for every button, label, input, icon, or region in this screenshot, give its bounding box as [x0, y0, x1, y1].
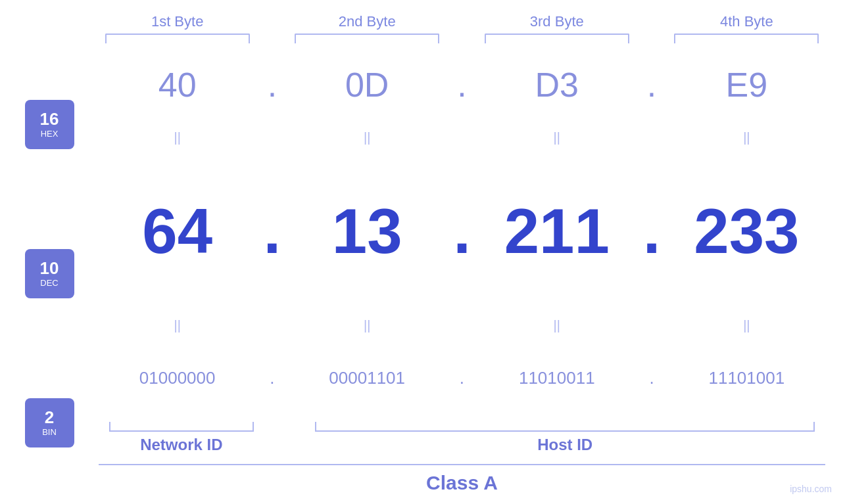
eq2-3: || — [554, 318, 560, 332]
hex-value-4: E9 — [726, 66, 768, 104]
hex-dot-1: . — [268, 66, 277, 104]
top-brackets-row — [0, 34, 845, 43]
hex-value-2: 0D — [345, 66, 389, 104]
dec-dot-1: . — [264, 196, 281, 266]
bracket-byte-4 — [674, 34, 819, 43]
host-id-bracket — [315, 422, 815, 432]
bin-badge: 2 BIN — [25, 398, 74, 447]
hex-badge-label: HEX — [41, 129, 59, 139]
hex-badge: 16 HEX — [25, 100, 74, 149]
eq1-4: || — [743, 130, 750, 145]
dec-value-3: 211 — [504, 196, 610, 266]
hex-row: 40 . 0D . D3 . E9 — [99, 43, 825, 126]
byte-labels-row: 1st Byte 2nd Byte 3rd Byte 4th Byte — [0, 0, 845, 30]
badges-column: 16 HEX 10 DEC 2 BIN — [0, 43, 99, 504]
dec-badge: 10 DEC — [25, 249, 74, 298]
eq2-2: || — [364, 318, 370, 332]
bin-dot-2: . — [460, 368, 464, 388]
bin-badge-label: BIN — [42, 427, 57, 437]
dec-badge-number: 10 — [40, 260, 59, 277]
host-id-section: Host ID — [315, 422, 815, 454]
bracket-byte-3 — [485, 34, 629, 43]
eq1-3: || — [554, 130, 560, 145]
network-id-bracket — [109, 422, 254, 432]
hex-value-3: D3 — [535, 66, 579, 104]
bin-value-2: 00001101 — [329, 368, 405, 388]
dec-badge-label: DEC — [40, 278, 58, 288]
network-id-label: Network ID — [140, 436, 222, 454]
byte-label-2: 2nd Byte — [339, 13, 396, 30]
dec-value-4: 233 — [694, 196, 799, 266]
byte-label-3: 3rd Byte — [530, 13, 584, 30]
dec-value-1: 64 — [142, 196, 212, 266]
network-id-section: Network ID — [109, 422, 254, 454]
bin-row: 01000000 . 00001101 . 11010011 . — [99, 337, 825, 420]
equals-row-2: || || || || — [99, 314, 825, 337]
bracket-byte-2 — [295, 34, 439, 43]
class-bracket-line — [99, 464, 825, 465]
bin-dot-1: . — [270, 368, 274, 388]
equals-row-1: || || || || — [99, 126, 825, 149]
watermark: ipshu.com — [790, 484, 832, 494]
bin-value-4: 11101001 — [708, 368, 785, 388]
eq2-1: || — [174, 318, 180, 332]
bin-dot-3: . — [649, 368, 654, 388]
host-id-label: Host ID — [537, 436, 592, 454]
main-data-area: 16 HEX 10 DEC 2 BIN 40 . — [0, 43, 845, 504]
dec-value-2: 13 — [332, 196, 402, 266]
bin-value-1: 01000000 — [139, 368, 216, 388]
dec-row: 64 . 13 . 211 . 233 — [99, 149, 825, 314]
byte-label-1: 1st Byte — [151, 13, 203, 30]
bottom-brackets-section: Network ID Host ID — [99, 422, 825, 454]
class-section: Class A — [99, 464, 825, 494]
hex-badge-number: 16 — [40, 110, 59, 127]
byte-label-4: 4th Byte — [720, 13, 773, 30]
bin-badge-number: 2 — [45, 409, 54, 426]
dec-dot-3: . — [643, 196, 661, 266]
bracket-byte-1 — [105, 34, 250, 43]
hex-value-1: 40 — [158, 66, 197, 104]
class-label: Class A — [426, 472, 498, 493]
hex-dot-2: . — [457, 66, 466, 104]
eq1-1: || — [174, 130, 180, 145]
eq1-2: || — [364, 130, 370, 145]
dec-dot-2: . — [453, 196, 471, 266]
bin-value-3: 11010011 — [519, 368, 595, 388]
hex-dot-3: . — [647, 66, 656, 104]
eq2-4: || — [743, 318, 750, 332]
main-container: 1st Byte 2nd Byte 3rd Byte 4th Byte 16 H… — [0, 0, 845, 504]
